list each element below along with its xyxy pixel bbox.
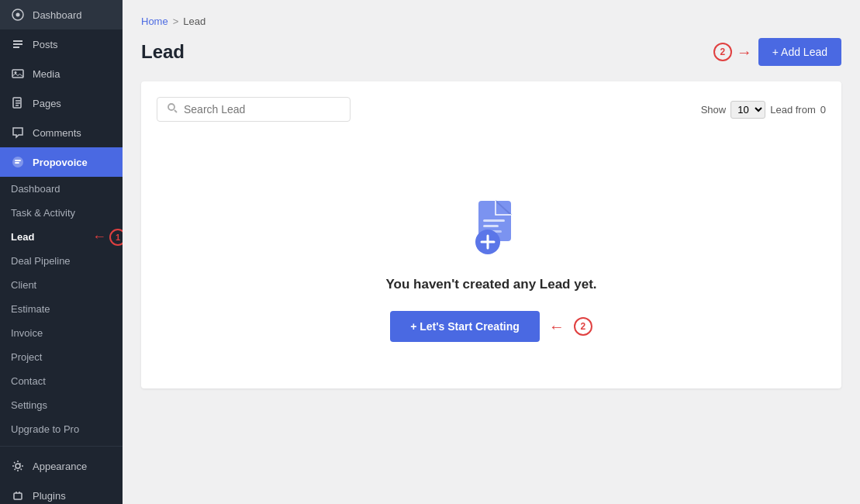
- comments-icon: [11, 126, 25, 140]
- lead-from-label: Lead from: [770, 104, 816, 116]
- sidebar-item-plugins[interactable]: Plugins: [0, 481, 123, 504]
- sidebar-dashboard-label: Dashboard: [33, 9, 82, 21]
- content-card: Show 10 25 50 Lead from 0: [141, 81, 841, 388]
- sidebar-divider: [0, 446, 123, 447]
- sidebar-item-sub-deal-pipeline[interactable]: Deal Pipeline: [0, 249, 123, 273]
- arrow-right: →: [737, 43, 752, 61]
- page-title: Lead: [141, 41, 185, 63]
- breadcrumb-home[interactable]: Home: [141, 16, 168, 27]
- annotation-1: 1: [109, 229, 123, 246]
- dashboard-icon: [11, 8, 25, 22]
- bottom-annotation-area: + Let's Start Creating ← 2: [390, 311, 592, 342]
- sidebar-item-propovoice[interactable]: Propovoice: [0, 147, 123, 177]
- pages-icon: [11, 96, 25, 110]
- appearance-label: Appearance: [33, 461, 87, 472]
- plugins-label: Plugins: [33, 490, 66, 502]
- sidebar-media-label: Media: [33, 68, 60, 80]
- sidebar-pages-label: Pages: [33, 98, 61, 109]
- sidebar-item-comments[interactable]: Comments: [0, 118, 123, 147]
- sidebar-item-pages[interactable]: Pages: [0, 88, 123, 118]
- sidebar-item-sub-contact[interactable]: Contact: [0, 369, 123, 393]
- sidebar-item-sub-client[interactable]: Client: [0, 273, 123, 297]
- show-label: Show: [701, 104, 727, 116]
- add-lead-button[interactable]: + Add Lead: [758, 38, 841, 66]
- svg-rect-7: [14, 493, 22, 499]
- sidebar-item-sub-task-activity[interactable]: Task & Activity: [0, 201, 123, 225]
- svg-point-1: [16, 13, 20, 17]
- sidebar-item-dashboard[interactable]: Dashboard: [0, 0, 123, 29]
- header-annotation-area: 2 → + Add Lead: [713, 38, 841, 66]
- sidebar-comments-label: Comments: [33, 127, 81, 139]
- start-creating-button[interactable]: + Let's Start Creating: [390, 311, 540, 342]
- show-controls: Show 10 25 50 Lead from 0: [701, 101, 826, 119]
- empty-state-text: You haven't created any Lead yet.: [385, 277, 596, 292]
- svg-rect-2: [12, 70, 23, 78]
- search-icon: [167, 102, 178, 116]
- empty-state: You haven't created any Lead yet. + Let'…: [157, 145, 826, 373]
- sidebar-item-sub-lead[interactable]: Lead ← 1: [0, 225, 123, 249]
- posts-icon: [11, 37, 25, 51]
- propovoice-label: Propovoice: [33, 157, 88, 168]
- sidebar-item-sub-dashboard[interactable]: Dashboard: [0, 177, 123, 201]
- show-select[interactable]: 10 25 50: [730, 101, 765, 119]
- sidebar-posts-label: Posts: [33, 39, 58, 50]
- sidebar-item-media[interactable]: Media: [0, 59, 123, 88]
- sidebar-item-sub-invoice[interactable]: Invoice: [0, 321, 123, 345]
- sidebar-item-sub-project[interactable]: Project: [0, 345, 123, 369]
- sidebar-bottom-nav: Appearance Plugins Users: [0, 451, 123, 504]
- breadcrumb-current: Lead: [183, 16, 206, 27]
- svg-point-9: [168, 104, 174, 110]
- search-row: Show 10 25 50 Lead from 0: [157, 97, 826, 122]
- sidebar-sub-nav: Dashboard Task & Activity Lead ← 1 Deal …: [0, 177, 123, 441]
- empty-state-icon: [457, 192, 527, 261]
- search-box: [157, 97, 351, 122]
- sidebar-main-nav: Dashboard Posts Media Pages Comments: [0, 0, 123, 451]
- arrow-left: ←: [549, 318, 565, 336]
- annotation-2-header: 2: [713, 43, 732, 61]
- lead-annotation: ← 1: [92, 229, 123, 246]
- page-area: Home > Lead Lead 2 → + Add Lead: [123, 0, 860, 504]
- svg-rect-12: [483, 225, 499, 227]
- sidebar-item-sub-upgrade[interactable]: Upgrade to Pro: [0, 417, 123, 441]
- sidebar-item-sub-estimate[interactable]: Estimate: [0, 297, 123, 321]
- sidebar-item-appearance[interactable]: Appearance: [0, 451, 123, 481]
- search-input[interactable]: [184, 103, 340, 116]
- appearance-icon: [11, 459, 25, 473]
- annotation-2-bottom: 2: [574, 317, 592, 336]
- sidebar-item-posts[interactable]: Posts: [0, 29, 123, 59]
- sidebar-item-sub-settings[interactable]: Settings: [0, 393, 123, 417]
- svg-rect-11: [483, 219, 505, 222]
- propovoice-icon: [11, 155, 25, 169]
- lead-from-value: 0: [820, 104, 826, 116]
- breadcrumb: Home > Lead: [141, 16, 841, 27]
- main-content: Home > Lead Lead 2 → + Add Lead: [123, 0, 860, 504]
- svg-point-6: [16, 464, 20, 468]
- sidebar: Dashboard Posts Media Pages Comments: [0, 0, 123, 504]
- media-icon: [11, 67, 25, 81]
- page-header: Lead 2 → + Add Lead: [141, 38, 841, 66]
- plugins-icon: [11, 488, 25, 502]
- svg-point-5: [12, 157, 23, 167]
- breadcrumb-separator: >: [173, 16, 179, 27]
